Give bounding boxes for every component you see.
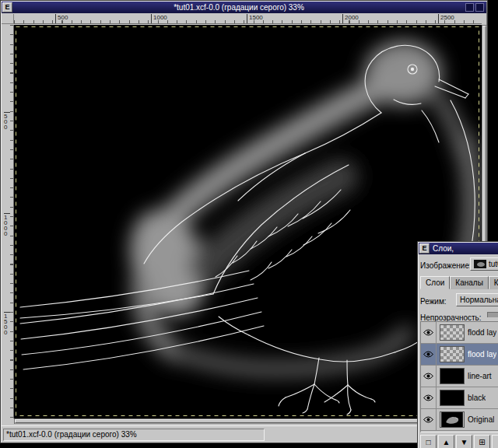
visibility-eye-icon[interactable] [421,387,437,408]
ruler-label: 1500 [4,312,10,335]
layer-list: flodd lay flood lay line-art [420,321,498,432]
mode-value: Нормальная [460,296,498,304]
scrollbar-thumb[interactable] [15,419,481,423]
layer-name: Original [468,415,494,424]
layer-thumbnail [440,346,465,362]
layer-row[interactable]: line-art [421,366,498,387]
layer-name: flood lay [468,350,496,359]
ruler-ticks [14,20,482,23]
ruler-ticks [10,25,13,418]
maximize-button[interactable] [475,3,484,12]
ruler-corner [2,14,14,24]
window-title: *tut01.xcf-0.0 (градации серого) 33% [12,3,465,12]
visibility-eye-icon[interactable] [421,344,437,365]
image-window-titlebar[interactable]: E *tut01.xcf-0.0 (градации серого) 33% [2,2,486,13]
layer-row[interactable]: flood lay [421,344,498,366]
image-select-row: Изображение: tut01 [420,257,498,271]
layer-row[interactable]: black [421,387,498,409]
duplicate-layer-button[interactable]: ⊞ [474,435,490,448]
lower-layer-button[interactable]: ▼ [456,435,472,448]
statusbar: *tut01.xcf-0.0 (градации серого) 33% [2,425,486,443]
opacity-slider[interactable] [487,312,498,317]
image-select[interactable]: tut01 [470,257,498,271]
minimize-button[interactable] [465,3,474,12]
window-controls [465,3,484,12]
layer-name: flodd lay [468,328,496,337]
mode-row: Режим: Нормальная [420,293,498,306]
visibility-eye-icon[interactable] [421,322,437,343]
mode-label: Режим: [420,297,447,306]
status-text: *tut01.xcf-0.0 (градации серого) 33% [3,429,265,441]
image-window: E *tut01.xcf-0.0 (градации серого) 33% 5… [0,0,488,443]
layer-thumbnail [440,390,465,406]
layer-name: line-art [468,372,492,380]
visibility-eye-icon[interactable] [421,409,437,430]
tab-layers[interactable]: Слои [420,276,450,289]
ruler-label: 1000 [4,213,10,236]
horizontal-scrollbar[interactable] [14,418,482,424]
tab-paths[interactable]: Контуры [489,276,498,289]
horizontal-ruler[interactable]: 500 1000 1500 2000 2500 [14,14,482,24]
canvas[interactable] [14,25,482,418]
opacity-row: Непрозрачность: [420,310,498,320]
layers-dialog: E Слои, Изображение: tut01 Слои Каналы К… [417,241,498,448]
screen: E *tut01.xcf-0.0 (градации серого) 33% 5… [0,0,498,448]
layer-row[interactable]: Original [421,409,498,431]
image-thumbnail-icon [474,260,486,268]
image-name: tut01 [489,260,498,268]
bird-artwork [14,25,482,418]
layers-dialog-titlebar[interactable]: E Слои, [419,243,498,254]
visibility-eye-icon[interactable] [421,366,437,387]
dialog-title: Слои, [430,244,498,253]
ruler-label: 500 [4,112,10,130]
mode-select[interactable]: Нормальная [456,293,498,306]
layer-action-buttons: □ ▲ ▼ ⊞ ↓ × [420,435,498,448]
layer-thumbnail [440,368,465,384]
dialog-menu-button[interactable]: E [419,243,430,254]
vertical-ruler[interactable]: 500 1000 1500 [2,25,14,418]
dialog-tabs: Слои Каналы Контуры [420,276,498,289]
new-layer-button[interactable]: □ [420,435,437,448]
image-menu-label: Изображение: [420,261,472,270]
anchor-layer-button[interactable]: ↓ [492,435,498,448]
layer-thumbnail [440,411,465,428]
layer-thumbnail [440,324,465,341]
layer-name: black [468,394,486,402]
layer-row[interactable]: flodd lay [421,322,498,344]
raise-layer-button[interactable]: ▲ [438,435,454,448]
tab-channels[interactable]: Каналы [450,276,489,289]
window-menu-button[interactable]: E [2,2,12,12]
